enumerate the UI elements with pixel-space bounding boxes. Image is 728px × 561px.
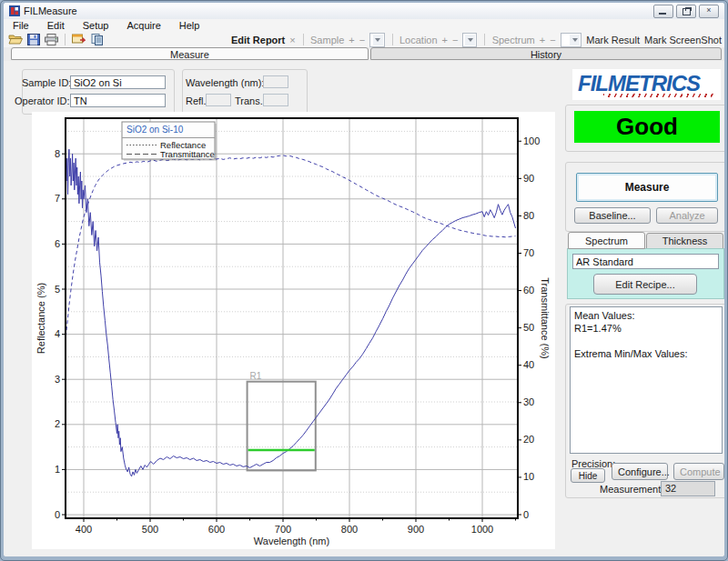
measure-page: Sample ID: Operator ID: Wavelength (nm):…	[4, 61, 724, 556]
svg-text:1000: 1000	[471, 524, 493, 535]
svg-text:Wavelength (nm): Wavelength (nm)	[254, 536, 329, 546]
svg-text:6: 6	[55, 238, 60, 249]
status-indicator: Good	[574, 111, 720, 143]
spectrum-chart[interactable]: R101234567801020304050607080901004005006…	[32, 112, 555, 549]
spectrum-select[interactable]	[561, 33, 582, 47]
operator-id-input[interactable]	[70, 94, 166, 107]
menu-edit[interactable]: Edit	[38, 20, 74, 31]
copy-report-icon[interactable]	[89, 33, 105, 46]
toolbar: Edit Report × Sample + − Location + − Sp…	[4, 32, 724, 48]
svg-text:0: 0	[523, 509, 529, 520]
wavelength-label: Wavelength (nm):	[186, 77, 260, 88]
svg-text:Transmittance (%): Transmittance (%)	[540, 277, 551, 358]
svg-text:R1: R1	[250, 371, 262, 381]
close-button[interactable]: ×	[699, 5, 719, 18]
tab-thickness[interactable]: Thickness	[646, 233, 723, 249]
menu-setup[interactable]: Setup	[74, 20, 118, 31]
menu-file[interactable]: File	[4, 20, 38, 31]
menu-bar: File Edit Setup Acquire Help	[4, 19, 724, 32]
svg-text:400: 400	[76, 524, 92, 535]
location-remove-button[interactable]: −	[452, 35, 458, 45]
results-text: Mean Values: R1=1.47% Extrema Min/Max Va…	[570, 306, 723, 454]
logo-hatch-marks	[603, 94, 716, 97]
save-icon[interactable]	[25, 33, 41, 46]
svg-text:800: 800	[341, 524, 358, 535]
svg-text:500: 500	[142, 524, 158, 535]
svg-text:0: 0	[55, 509, 60, 520]
results-line: Extrema Min/Max Values:	[574, 347, 718, 360]
svg-text:80: 80	[523, 210, 534, 221]
print-icon[interactable]	[44, 33, 59, 46]
title-bar: FILMeasure ×	[4, 3, 724, 19]
results-line: R1=1.47%	[574, 322, 718, 335]
spectrum-add-button[interactable]: +	[540, 35, 545, 45]
location-select[interactable]	[462, 33, 477, 47]
tab-spectrum[interactable]: Spectrum	[568, 232, 645, 249]
screenshot-icon[interactable]	[71, 33, 86, 46]
svg-text:600: 600	[208, 524, 225, 535]
mark-result-button[interactable]: Mark Result	[586, 35, 640, 45]
svg-text:2: 2	[55, 418, 60, 429]
svg-text:900: 900	[408, 524, 424, 535]
svg-text:70: 70	[523, 247, 534, 258]
edit-report-button[interactable]: Edit Report	[231, 35, 285, 45]
svg-text:90: 90	[523, 173, 534, 184]
edit-recipe-button[interactable]: Edit Recipe...	[593, 274, 697, 295]
results-line	[574, 335, 718, 347]
sample-id-input[interactable]	[70, 75, 166, 89]
results-line: Mean Values:	[574, 309, 718, 322]
svg-text:100: 100	[523, 135, 540, 146]
svg-text:700: 700	[275, 524, 291, 535]
menu-acquire[interactable]: Acquire	[117, 20, 169, 31]
minimize-icon	[659, 13, 666, 15]
main-tab-bar: Measure History	[4, 47, 724, 61]
svg-text:1: 1	[55, 464, 60, 475]
tab-history[interactable]: History	[370, 47, 722, 60]
measure-button[interactable]: Measure	[576, 173, 718, 202]
tab-measure[interactable]: Measure	[11, 47, 369, 60]
operator-id-label: Operator ID:	[15, 95, 67, 106]
svg-text:7: 7	[55, 193, 60, 204]
restore-button[interactable]	[676, 5, 696, 18]
baseline-button[interactable]: Baseline...	[574, 207, 651, 224]
sample-select[interactable]	[369, 33, 384, 47]
spectrum-remove-button[interactable]: −	[550, 35, 555, 45]
menu-help[interactable]: Help	[170, 20, 209, 31]
analyze-button[interactable]: Analyze	[656, 207, 718, 224]
location-group-label: Location	[399, 35, 438, 45]
compute-button[interactable]: Compute	[673, 463, 724, 480]
svg-text:40: 40	[523, 359, 534, 370]
svg-text:SiO2 on Si-10: SiO2 on Si-10	[126, 125, 184, 135]
chevron-down-icon	[570, 35, 580, 45]
svg-text:4: 4	[55, 328, 60, 339]
hide-button[interactable]: Hide	[571, 468, 605, 483]
mark-screenshot-button[interactable]: Mark ScreenShot	[644, 35, 722, 45]
minimize-button[interactable]	[653, 5, 673, 18]
svg-text:20: 20	[523, 434, 534, 445]
close-icon: ×	[706, 5, 711, 15]
sample-remove-button[interactable]: −	[359, 35, 365, 45]
toolbar-separator	[65, 34, 66, 45]
open-file-icon[interactable]	[7, 33, 23, 46]
svg-text:Transmittance: Transmittance	[160, 149, 215, 159]
trans-field	[263, 94, 288, 106]
refl-field	[206, 94, 231, 106]
svg-text:60: 60	[523, 285, 534, 296]
spectrum-group-label: Spectrum	[492, 35, 535, 45]
chevron-down-icon	[465, 35, 475, 45]
filmetrics-logo: FILMETRICS	[572, 69, 721, 100]
svg-text:5: 5	[55, 284, 60, 295]
recipe-name-input[interactable]	[572, 254, 719, 269]
svg-text:30: 30	[523, 396, 534, 407]
measurement-number-field: 32	[661, 481, 715, 496]
configure-button[interactable]: Configure...	[612, 463, 668, 480]
edit-report-close-icon[interactable]: ×	[289, 35, 295, 45]
cursor-readout-group	[182, 69, 308, 115]
sample-group-label: Sample	[310, 35, 344, 45]
location-add-button[interactable]: +	[442, 35, 448, 45]
wavelength-field	[263, 75, 288, 88]
logo-text: FILMETRICS	[578, 71, 700, 96]
svg-text:50: 50	[523, 322, 534, 333]
sample-add-button[interactable]: +	[349, 35, 354, 45]
measurement-number-label: Measurement #	[600, 484, 669, 495]
